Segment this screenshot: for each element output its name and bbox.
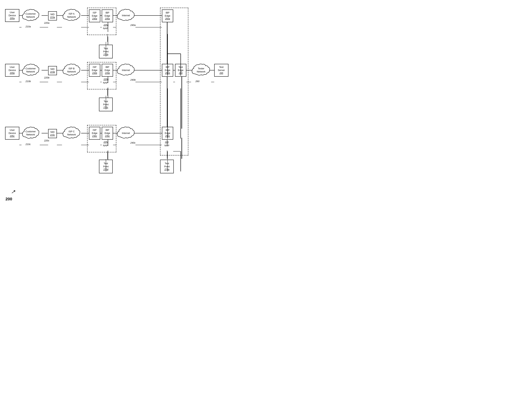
test-point-270c-label: TestPoint — [103, 100, 109, 106]
internet-240b-id: 240b — [130, 78, 136, 81]
nap-text-245: NAP — [164, 144, 169, 147]
nid-215b-pos: 220b — [44, 76, 49, 79]
internet-240b: Internet — [116, 61, 135, 79]
nid-215a: NID 215a — [48, 11, 57, 20]
ibp-edge-250b-ref: 250b — [165, 72, 170, 75]
nap-label-225c: 225c — [104, 141, 108, 143]
ibp-edge-250c-label: IBPEdge — [165, 129, 170, 135]
nap-label-225a: 225a — [104, 24, 108, 26]
ibp-edge-235b-ref: 235b — [105, 72, 110, 75]
ibp-edge-235a-ref: 235a — [105, 18, 110, 20]
user-device-205b-label: UserDevice — [9, 66, 16, 72]
internet-240c-label: Internet — [122, 132, 130, 135]
customer-network-210b: CustomerNetwork — [21, 61, 40, 79]
user-device-205b: UserDevice 205b — [5, 64, 19, 77]
internet-240c-id: 240c — [130, 141, 135, 144]
ibp-edge-250b: IBPEdge 250b — [162, 64, 173, 77]
nid-215b-ref: 215b — [50, 71, 55, 74]
nap-label-245: 245 — [165, 141, 169, 143]
nid-215b-label: NID — [50, 68, 55, 71]
ibp-edge-235b-label: IBPEdge — [105, 66, 110, 72]
customer-network-210c: CustomerNetwork — [21, 124, 40, 142]
isp-edge-230b: ISPEdge 230b — [89, 64, 100, 77]
ibp-edge-235c-ref: 235c — [105, 135, 110, 138]
user-device-205c-ref: 205c — [10, 135, 15, 138]
user-device-205a-label: UserDevice — [9, 11, 16, 17]
nid-215c-pos: 220c — [44, 139, 49, 142]
isp-edge-230a-ref: 230a — [92, 18, 97, 20]
ibp-edge-250b-label: IBPEdge — [165, 66, 170, 72]
nid-215c-ref: 215c — [50, 134, 55, 137]
test-server-265-label: TestServer — [218, 66, 225, 72]
isp-a-label: ISP ANetwork — [67, 12, 76, 19]
user-device-205c: UserDevice 205c — [5, 127, 19, 140]
user-device-205a: UserDevice 205a — [5, 9, 19, 22]
nid-215a-ref: 215a — [50, 16, 55, 19]
ibp-edge-250a: IBPEdge 250a — [162, 10, 173, 22]
nid-215b: NID 215b — [48, 66, 57, 75]
internet-240a-id: 240a — [130, 24, 136, 27]
isp-edge-230a-label: ISPEdge — [92, 11, 97, 18]
nap-label-225b: 225b — [104, 78, 108, 81]
internet-240b-label: Internet — [122, 69, 130, 72]
test-point-270b-label: TestPoint — [103, 47, 109, 53]
test-point-270b-ref: 270b — [103, 53, 108, 56]
internet-240c: Internet — [116, 124, 135, 142]
user-device-205c-label: UserDevice — [9, 129, 16, 135]
isp-edge-230c-ref: 230c — [92, 135, 97, 138]
test-point-270d: TestPoint 270d — [99, 160, 113, 173]
isp-edge-230b-label: ISPEdge — [92, 66, 97, 72]
test-point-270d-ref: 270d — [103, 168, 108, 171]
ibp-edge-235a-label: IBPEdge — [105, 11, 110, 18]
test-edge-255-ref: 255 — [179, 72, 182, 75]
test-point-270c: TestPoint 270c — [99, 98, 113, 111]
ibp-edge-250a-ref: 250a — [165, 18, 170, 20]
isp-edge-230a: ISPEdge 230a — [89, 10, 100, 22]
tester-network-id: 260 — [195, 80, 200, 83]
isp-b-label: ISP BNetwork — [67, 67, 76, 73]
customer-network-210a: CustomerNetwork — [21, 6, 40, 25]
customer-network-210b-label: CustomerNetwork — [26, 67, 36, 73]
ibp-edge-235a: IBPEdge 235a — [102, 10, 113, 22]
ibp-edge-235c: IBPEdge 235c — [102, 127, 113, 140]
nap-text-c: NAP — [103, 144, 108, 147]
network-diagram: UserDevice 205a CustomerNetwork 210a NID… — [0, 0, 266, 206]
test-server-265: TestServer 265 — [214, 64, 228, 77]
isp-b-network: ISP BNetwork — [62, 61, 81, 79]
arrow-label: ↗ — [11, 189, 15, 195]
test-point-270d-label: TestPoint — [103, 162, 109, 168]
nid-215c: NID 215c — [48, 129, 57, 138]
internet-240a-label: Internet — [122, 14, 130, 17]
isp-c-label: ISP CNetwork — [67, 130, 76, 136]
isp-a-network: ISP ANetwork — [62, 6, 81, 25]
ibp-edge-250c: IBPEdge 250c — [162, 127, 173, 140]
test-point-270a-label: TestPoint — [164, 162, 170, 168]
customer-network-210a-label: CustomerNetwork — [26, 12, 36, 19]
nap-text-a: NAP — [103, 27, 108, 30]
test-point-270c-ref: 270c — [103, 106, 108, 109]
internet-240a: Internet — [116, 6, 135, 25]
ibp-edge-235b: IBPEdge 235b — [102, 64, 113, 77]
test-point-270a: TestPoint 270a — [160, 160, 174, 173]
isp-edge-230c-label: ISPEdge — [92, 129, 97, 135]
tester-network: TesterNetwork — [191, 61, 211, 79]
ibp-edge-250a-label: IBPEdge — [165, 11, 170, 18]
tester-network-label: TesterNetwork — [197, 67, 206, 73]
customer-network-210c-label: CustomerNetwork — [26, 130, 36, 136]
figure-label: 200 — [5, 197, 12, 201]
ibp-edge-235c-label: IBPEdge — [105, 129, 110, 135]
customer-network-210a-id: 210a — [26, 25, 31, 28]
isp-edge-230c: ISPEdge 230c — [89, 127, 100, 140]
ibp-edge-250c-ref: 250c — [165, 135, 170, 138]
test-point-270a-ref: 270a — [164, 168, 169, 171]
test-point-270b: TestPoint 270b — [99, 45, 113, 59]
nap-text-b: NAP — [103, 81, 108, 84]
test-edge-255-label: TestEdge — [178, 66, 183, 72]
nid-215a-pos: 220a — [44, 21, 49, 24]
isp-c-network: ISP CNetwork — [62, 124, 81, 142]
isp-edge-230b-ref: 230b — [92, 72, 97, 75]
user-device-205b-ref: 205b — [10, 72, 15, 75]
customer-network-210c-id: 210c — [26, 143, 31, 146]
customer-network-210b-id: 210b — [26, 80, 31, 83]
test-edge-255: TestEdge 255 — [175, 64, 186, 77]
